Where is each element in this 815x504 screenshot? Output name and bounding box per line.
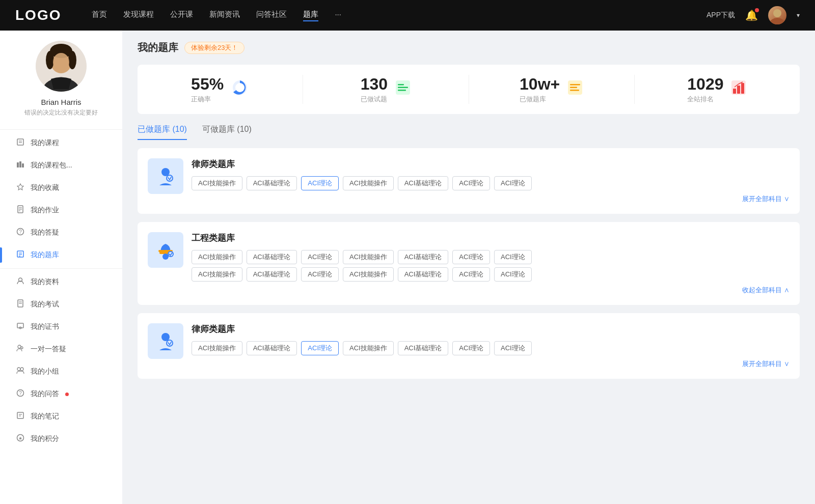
- svg-point-8: [53, 53, 69, 71]
- sidebar-item-mygroup[interactable]: 我的小组: [0, 360, 122, 383]
- nav-home[interactable]: 首页: [92, 10, 107, 21]
- qbank-section-lawyer-1: 律师类题库 ACI技能操作 ACI基础理论 ACI理论 ACI技能操作 ACI基…: [138, 148, 800, 214]
- tag-3[interactable]: ACI技能操作: [343, 176, 394, 190]
- eng-tag-3[interactable]: ACI技能操作: [343, 250, 394, 264]
- qbank-tags-lawyer-2: ACI技能操作 ACI基础理论 ACI理论 ACI技能操作 ACI基础理论 AC…: [192, 341, 790, 355]
- eng-tag-ex-1[interactable]: ACI基础理论: [247, 267, 297, 282]
- svg-point-1: [770, 18, 784, 24]
- l2-tag-3[interactable]: ACI技能操作: [343, 341, 394, 355]
- stat-value-group-qbanks: 10w+ 已做题库: [520, 75, 560, 104]
- eng-tag-ex-6[interactable]: ACI理论: [494, 267, 532, 282]
- nav-opencourse[interactable]: 公开课: [170, 10, 193, 21]
- tag-1[interactable]: ACI基础理论: [247, 176, 297, 190]
- svg-rect-14: [22, 163, 24, 167]
- eng-tag-2[interactable]: ACI理论: [301, 250, 339, 264]
- sidebar-item-qa[interactable]: ? 我的答疑: [0, 221, 122, 244]
- 1v1qa-icon: [15, 344, 25, 354]
- stat-value-correct: 55%: [191, 75, 224, 94]
- sidebar-item-profile[interactable]: 我的资料: [0, 271, 122, 293]
- exam-icon: [15, 299, 25, 310]
- eng-tag-4[interactable]: ACI基础理论: [398, 250, 449, 264]
- stat-done-qbanks: 10w+ 已做题库: [469, 75, 635, 104]
- sidebar-item-points[interactable]: ★ 我的积分: [0, 428, 122, 450]
- stat-label-correct: 正确率: [191, 95, 224, 104]
- tag-0[interactable]: ACI技能操作: [192, 176, 242, 190]
- l2-tag-5[interactable]: ACI理论: [452, 341, 490, 355]
- l2-tag-0[interactable]: ACI技能操作: [192, 341, 242, 355]
- sidebar-item-homework[interactable]: 我的作业: [0, 199, 122, 221]
- collapse-link-engineer[interactable]: 收起全部科目 ∧: [192, 286, 790, 295]
- nav-more[interactable]: ···: [335, 10, 341, 21]
- sidebar-label-exam: 我的考试: [31, 300, 59, 309]
- sidebar-item-myquestions[interactable]: ? 我的问答: [0, 383, 122, 405]
- svg-text:★: ★: [18, 436, 22, 441]
- sidebar-item-1v1qa[interactable]: 一对一答疑: [0, 338, 122, 360]
- nav-discover[interactable]: 发现课程: [123, 10, 154, 21]
- questions-notification-dot: [65, 393, 69, 396]
- qbank-tags-engineer-row2: ACI技能操作 ACI基础理论 ACI理论 ACI技能操作 ACI基础理论 AC…: [192, 267, 790, 282]
- expand-link-lawyer-2[interactable]: 展开全部科目 ∨: [192, 359, 790, 369]
- qbank-header-lawyer-2: 律师类题库 ACI技能操作 ACI基础理论 ACI理论 ACI技能操作 ACI基…: [148, 323, 790, 369]
- sidebar-item-favorites[interactable]: 我的收藏: [0, 177, 122, 199]
- svg-point-32: [18, 345, 21, 348]
- l2-tag-4[interactable]: ACI基础理论: [398, 341, 449, 355]
- stat-correct-rate: 55% 正确率: [138, 75, 303, 104]
- svg-rect-13: [19, 161, 21, 167]
- eng-tag-ex-4[interactable]: ACI基础理论: [398, 267, 449, 282]
- sidebar-label-mycourse: 我的课程: [31, 138, 59, 148]
- sidebar-item-qbank[interactable]: 我的题库: [0, 244, 122, 266]
- qbank-icon-lawyer-1: [148, 158, 183, 194]
- l2-tag-2-active[interactable]: ACI理论: [301, 341, 339, 355]
- sidebar-item-exam[interactable]: 我的考试: [0, 293, 122, 316]
- nav-news[interactable]: 新闻资讯: [209, 10, 240, 21]
- svg-point-33: [21, 347, 23, 349]
- qbank-body-lawyer-1: 律师类题库 ACI技能操作 ACI基础理论 ACI理论 ACI技能操作 ACI基…: [192, 158, 790, 204]
- stat-value-rank: 1029: [687, 75, 723, 94]
- page-header: 我的题库 体验剩余23天！: [138, 41, 800, 54]
- nav-qbank[interactable]: 题库: [303, 10, 318, 21]
- sidebar-label-myquestions: 我的问答: [31, 389, 59, 399]
- sidebar-label-qa: 我的答疑: [31, 228, 59, 237]
- qbank-title-engineer: 工程类题库: [192, 232, 790, 244]
- stat-value-group-rank: 1029 全站排名: [687, 75, 723, 104]
- sidebar-item-certificate[interactable]: 我的证书: [0, 316, 122, 338]
- sidebar-item-coursepack[interactable]: 我的课程包...: [0, 154, 122, 177]
- eng-tag-ex-2[interactable]: ACI理论: [301, 267, 339, 282]
- stat-value-done: 130: [361, 75, 388, 94]
- tag-6[interactable]: ACI理论: [494, 176, 532, 190]
- avatar[interactable]: [768, 6, 786, 24]
- qbank-title-lawyer-2: 律师类题库: [192, 323, 790, 335]
- sidebar-label-profile: 我的资料: [31, 277, 59, 287]
- sidebar-label-homework: 我的作业: [31, 206, 59, 215]
- tag-5[interactable]: ACI理论: [452, 176, 490, 190]
- eng-tag-ex-5[interactable]: ACI理论: [452, 267, 490, 282]
- svg-rect-50: [570, 84, 580, 86]
- tab-done-qbank[interactable]: 已做题库 (10): [138, 124, 187, 140]
- eng-tag-0[interactable]: ACI技能操作: [192, 250, 242, 264]
- svg-point-35: [20, 368, 23, 371]
- l2-tag-6[interactable]: ACI理论: [494, 341, 532, 355]
- expand-link-lawyer-1[interactable]: 展开全部科目 ∨: [192, 194, 790, 204]
- eng-tag-1[interactable]: ACI基础理论: [247, 250, 297, 264]
- eng-tag-ex-0[interactable]: ACI技能操作: [192, 267, 242, 282]
- user-menu-chevron-icon[interactable]: ▾: [797, 12, 800, 19]
- tab-available-qbank[interactable]: 可做题库 (10): [202, 124, 252, 140]
- stat-value-group-correct: 55% 正确率: [191, 75, 224, 104]
- stat-label-qbanks: 已做题库: [520, 95, 560, 104]
- tag-4[interactable]: ACI基础理论: [398, 176, 449, 190]
- eng-tag-ex-3[interactable]: ACI技能操作: [343, 267, 394, 282]
- qbank-title-lawyer-1: 律师类题库: [192, 158, 790, 170]
- eng-tag-6[interactable]: ACI理论: [494, 250, 532, 264]
- nav-qa[interactable]: 问答社区: [256, 10, 287, 21]
- notification-bell-icon[interactable]: 🔔: [745, 9, 758, 21]
- sidebar-item-notes[interactable]: 我的笔记: [0, 405, 122, 428]
- app-download-button[interactable]: APP下载: [707, 11, 735, 20]
- homework-icon: [15, 205, 25, 215]
- qbank-icon: [15, 250, 25, 260]
- svg-text:?: ?: [19, 390, 22, 396]
- tag-2-active[interactable]: ACI理论: [301, 176, 339, 190]
- sidebar-item-mycourse[interactable]: 我的课程: [0, 132, 122, 154]
- l2-tag-1[interactable]: ACI基础理论: [247, 341, 297, 355]
- eng-tag-5[interactable]: ACI理论: [452, 250, 490, 264]
- main-content: 我的题库 体验剩余23天！ 55% 正确率: [122, 31, 815, 504]
